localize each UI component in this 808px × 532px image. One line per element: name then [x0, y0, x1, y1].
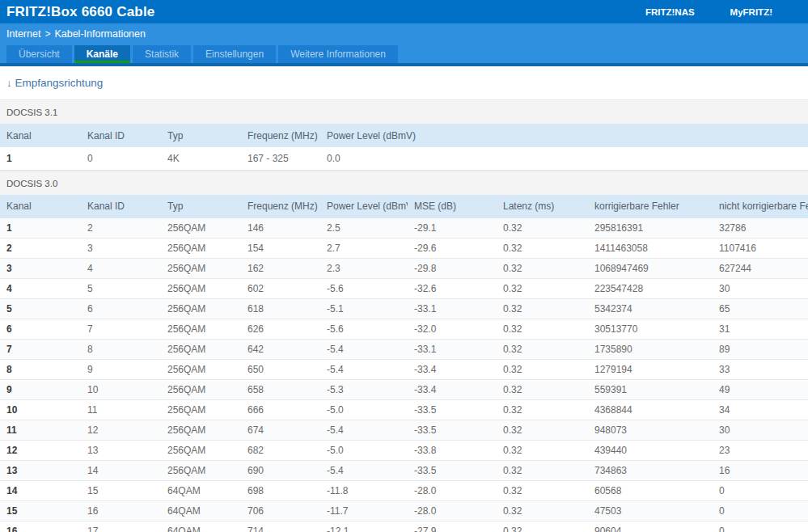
- cell: -5.4: [320, 340, 408, 360]
- cell: -12.1: [320, 521, 408, 532]
- tab--bersicht[interactable]: Übersicht: [6, 45, 72, 63]
- cell: 60568: [588, 481, 713, 501]
- table-row: 34256QAM1622.3-29.80.321068947469627244: [0, 259, 808, 279]
- cell: 658: [241, 380, 320, 400]
- breadcrumb-internet[interactable]: Internet: [6, 28, 40, 40]
- cell-kanal: 11: [0, 420, 81, 441]
- cell: -5.4: [320, 461, 408, 481]
- myfritz-link[interactable]: MyFRITZ!: [730, 7, 772, 17]
- cell: -5.6: [320, 319, 408, 340]
- docsis31-section-title: DOCSIS 3.1: [0, 99, 808, 124]
- cell: 682: [241, 441, 320, 461]
- cell: 13: [81, 441, 161, 461]
- column-header: nicht korrigierbare Fehler: [713, 195, 808, 218]
- cell: 33: [713, 360, 808, 380]
- cell-kanal: 6: [0, 319, 81, 340]
- cell: -11.7: [320, 501, 408, 521]
- column-header: MSE (dB): [408, 195, 497, 218]
- header-links: FRITZ!NAS MyFRITZ!: [645, 7, 772, 17]
- cell: 256QAM: [161, 218, 241, 239]
- table-row: 67256QAM626-5.6-32.00.323051377031: [0, 319, 808, 340]
- table-header-row: KanalKanal IDTypFrequenz (MHz)Power Leve…: [0, 124, 808, 147]
- cell: -33.5: [408, 461, 497, 481]
- cell: 0: [713, 481, 808, 501]
- table-row: 1213256QAM682-5.0-33.80.3243944023: [0, 441, 808, 461]
- cell: -29.6: [408, 239, 497, 259]
- sub-header: Internet>Kabel-Informationen ÜbersichtKa…: [0, 23, 808, 66]
- cell: 0.32: [497, 501, 588, 521]
- fritznas-link[interactable]: FRITZ!NAS: [645, 7, 695, 17]
- cell: 89: [713, 340, 808, 360]
- cell: 64QAM: [161, 521, 241, 532]
- cell-kanal: 9: [0, 380, 81, 400]
- cell: 674: [241, 420, 320, 441]
- cell: -5.1: [320, 299, 408, 319]
- tab-kan-le[interactable]: Kanäle: [74, 45, 130, 63]
- table-row: 151664QAM706-11.7-28.00.32475030: [0, 501, 808, 521]
- cell: 256QAM: [161, 239, 241, 259]
- cell: 11: [81, 400, 161, 420]
- cell: 4: [81, 259, 161, 279]
- cell: 14: [81, 461, 161, 481]
- cell: 0.32: [497, 400, 588, 420]
- cell: 627244: [713, 259, 808, 279]
- breadcrumb-separator: >: [44, 28, 50, 40]
- cell-kanal: 14: [0, 481, 81, 501]
- cell: -29.8: [408, 259, 497, 279]
- cell: 1411463058: [588, 239, 713, 259]
- cell: 0: [713, 501, 808, 521]
- cell: -5.6: [320, 279, 408, 299]
- table-row: 45256QAM602-5.6-32.60.3222354742830: [0, 279, 808, 299]
- tab-einstellungen[interactable]: Einstellungen: [193, 45, 276, 63]
- cell: 5: [81, 279, 161, 299]
- cell: 167 - 325: [241, 147, 320, 170]
- app-header: FRITZ!Box 6660 Cable FRITZ!NAS MyFRITZ!: [0, 0, 808, 23]
- cell: -5.4: [320, 360, 408, 380]
- cell: 439440: [588, 441, 713, 461]
- cell: -5.3: [320, 380, 408, 400]
- cell: 15: [81, 481, 161, 501]
- cell: 0.32: [497, 461, 588, 481]
- cell: 47503: [588, 501, 713, 521]
- cell: 690: [241, 461, 320, 481]
- down-arrow-icon: ↓: [6, 77, 12, 89]
- column-header: Kanal ID: [81, 195, 161, 218]
- table-row: 910256QAM658-5.3-33.40.3255939149: [0, 380, 808, 400]
- table-row: 1112256QAM674-5.4-33.50.3294807330: [0, 420, 808, 441]
- cell: 706: [241, 501, 320, 521]
- cell: 256QAM: [161, 319, 241, 340]
- column-header: Typ: [161, 195, 241, 218]
- cell: 714: [241, 521, 320, 532]
- cell: 256QAM: [161, 441, 241, 461]
- cell: 0.32: [497, 521, 588, 532]
- cell-kanal: 1: [0, 218, 81, 239]
- cell: 0.32: [497, 259, 588, 279]
- cell: -5.0: [320, 441, 408, 461]
- cell: 30: [713, 279, 808, 299]
- table-header-row: KanalKanal IDTypFrequenz (MHz)Power Leve…: [0, 195, 808, 218]
- cell: 626: [241, 319, 320, 340]
- table-row: 56256QAM618-5.1-33.10.32534237465: [0, 299, 808, 319]
- cell: 0.32: [497, 299, 588, 319]
- cell: 30: [713, 420, 808, 441]
- cell: 650: [241, 360, 320, 380]
- cell: 16: [713, 461, 808, 481]
- cell: 23: [713, 441, 808, 461]
- cell-kanal: 2: [0, 239, 81, 259]
- cell: 256QAM: [161, 380, 241, 400]
- empfangsrichtung-link[interactable]: ↓Empfangsrichtung: [6, 77, 103, 89]
- cell: 256QAM: [161, 340, 241, 360]
- table-row: 141564QAM698-11.8-28.00.32605680: [0, 481, 808, 501]
- table-row: 78256QAM642-5.4-33.10.32173589089: [0, 340, 808, 360]
- cell: -33.1: [408, 299, 497, 319]
- table-row: 12256QAM1462.5-29.10.3229581639132786: [0, 218, 808, 239]
- cell: 6: [81, 299, 161, 319]
- cell: 0.32: [497, 319, 588, 340]
- cell: 0.32: [497, 218, 588, 239]
- cell-kanal: 10: [0, 400, 81, 420]
- tab-statistik[interactable]: Statistik: [133, 45, 191, 63]
- tab-weitere-informationen[interactable]: Weitere Informationen: [278, 45, 398, 63]
- column-header: Frequenz (MHz): [241, 124, 320, 147]
- cell: 0.32: [497, 481, 588, 501]
- cell: 618: [241, 299, 320, 319]
